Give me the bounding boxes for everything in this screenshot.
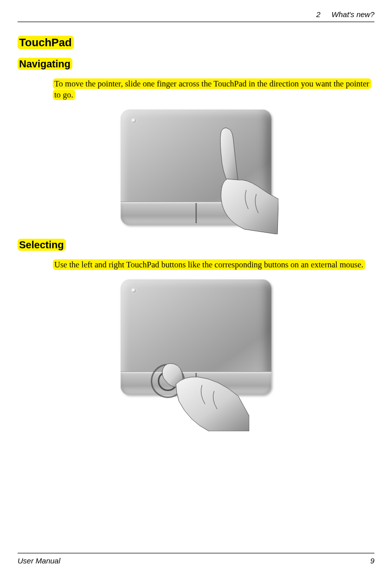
section-heading-touchpad: TouchPad [18, 36, 374, 49]
navigating-body: To move the pointer, slide one finger ac… [53, 78, 369, 101]
hand-icon [154, 346, 249, 431]
page-header: 2 What's new? [18, 10, 374, 22]
subsection-heading-selecting: Selecting [18, 239, 374, 251]
selecting-body: Use the left and right TouchPad buttons … [53, 259, 369, 270]
chapter-title: What's new? [332, 10, 374, 19]
figure-selecting [18, 279, 374, 395]
touchpad-illustration [121, 110, 271, 225]
hand-icon [198, 124, 278, 234]
touchpad-led-icon [132, 119, 136, 123]
touchpad-led-icon [132, 288, 136, 293]
page-footer: User Manual 9 [18, 553, 374, 565]
footer-doc-title: User Manual [18, 556, 60, 565]
chapter-number: 2 [316, 10, 320, 19]
touchpad-illustration [121, 279, 271, 395]
subsection-heading-navigating: Navigating [18, 58, 374, 70]
figure-navigating [18, 110, 374, 225]
footer-page-number: 9 [370, 556, 374, 565]
